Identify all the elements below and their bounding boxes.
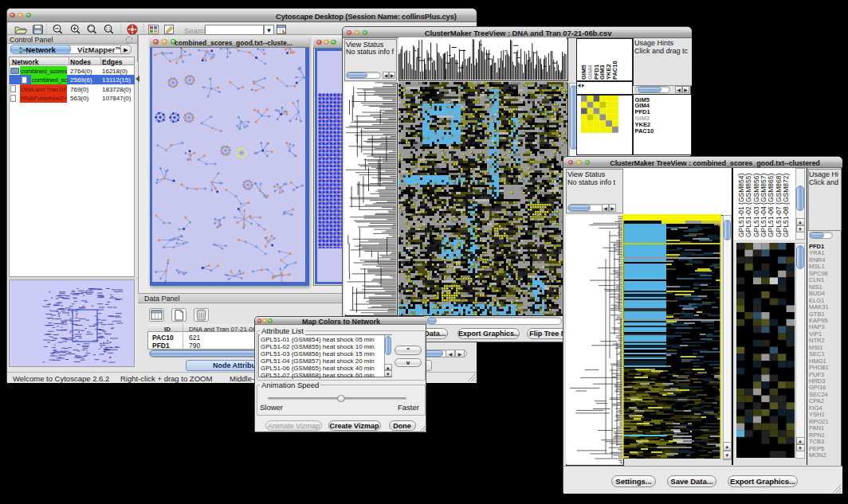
svg-text:1:1: 1:1 — [105, 27, 111, 31]
